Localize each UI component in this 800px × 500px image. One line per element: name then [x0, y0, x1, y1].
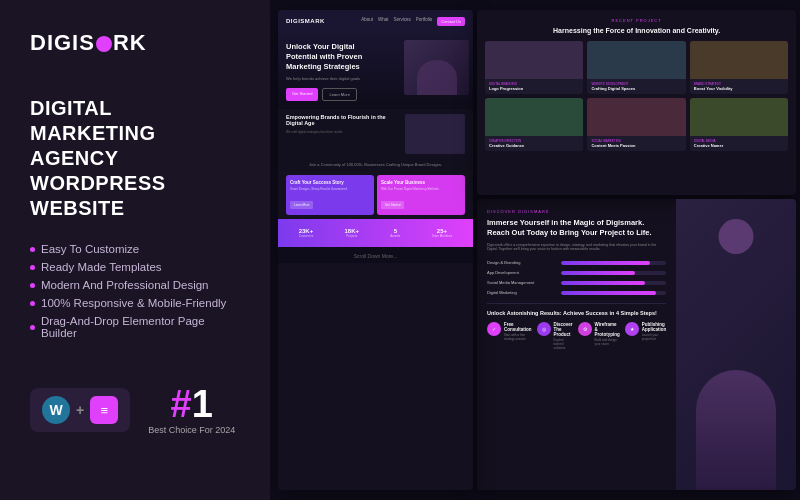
mock-steps-section: Unlock Astonishing Results: Achieve Succ… [487, 303, 666, 351]
feature-item-3: Modern And Professional Design [30, 279, 240, 291]
right-panel: DIGISMARK About What Services Portfolio … [270, 0, 800, 500]
mock-rb-left-content: DISCOVER DIGISMARK Immerse Yourself in t… [477, 199, 676, 490]
service-bar-fill-1 [561, 261, 650, 265]
mock-fb-text-1: Smart Designs, Sharp Results Guaranteed. [290, 188, 370, 192]
step-icon-4: ★ [625, 322, 639, 336]
rank-label: Best Choice For 2024 [148, 425, 235, 435]
mock-nav: DIGISMARK About What Services Portfolio … [278, 10, 473, 32]
mock-fb-title-2: Scale Your Business [381, 180, 461, 185]
logo-text: DIGISRK [30, 30, 147, 56]
mock-hero: Unlock Your Digital Potential with Prove… [278, 32, 473, 109]
mock-rb-text: Digismark offers a comprehensive experti… [487, 243, 666, 253]
mock-nav-logo: DIGISMARK [286, 18, 325, 24]
mock-rb-title: Immerse Yourself in the Magic of Digisma… [487, 218, 666, 238]
mock-right-card-2: WEBSITE DEVELOPMENT Crafting Digital Spa… [587, 41, 685, 94]
mock-service-bars: Design & Branding App Development Social… [487, 260, 666, 295]
service-bar-3: Social Media Management [487, 280, 666, 285]
mock-hero-btn-primary: Get Started [286, 88, 318, 101]
mock-hero-btn-secondary: Learn More [322, 88, 356, 101]
service-bar-fill-2 [561, 271, 635, 275]
mock-step-4: ★ Publishing Application Launch your pro… [625, 322, 667, 351]
mock-stat-1: 23K+ Customers [299, 228, 314, 238]
mock-right-top: RECENT PROJECT Harnessing the Force of I… [477, 10, 796, 195]
mock-site-right: RECENT PROJECT Harnessing the Force of I… [477, 10, 796, 490]
mock-section2-text: We craft digital strategies that drive r… [286, 131, 401, 135]
mock-fb-btn-2: Get Started [381, 201, 404, 209]
mock-rb-pretitle: DISCOVER DIGISMARK [487, 209, 666, 214]
mock-right-card-5: SOCIAL MARKETING Content Meets Passion [587, 98, 685, 151]
feature-item-5: Drag-And-Drop Elementor Page Builder [30, 315, 240, 339]
mock-site-left: DIGISMARK About What Services Portfolio … [278, 10, 473, 490]
mock-card-img-1 [485, 41, 583, 79]
mock-card-img-3 [690, 41, 788, 79]
mock-right-card-1: DIGITAL BRANDING Logo Progression [485, 41, 583, 94]
tagline: DIGITAL MARKETING AGENCY WORDPRESS WEBSI… [30, 96, 240, 221]
logo-mark-icon [96, 36, 112, 52]
mock-right-header: RECENT PROJECT Harnessing the Force of I… [477, 10, 796, 41]
mock-steps-title: Unlock Astonishing Results: Achieve Succ… [487, 310, 666, 316]
mock-scroll-hint: Scroll Down More... [278, 247, 473, 263]
mock-nav-links: About What Services Portfolio Contact Us [361, 17, 465, 26]
mock-fb-btn-1: Learn More [290, 201, 313, 209]
mock-rb-right-image [676, 199, 796, 490]
logo: DIGISRK [30, 30, 240, 56]
mock-nav-cta: Contact Us [437, 17, 465, 26]
mock-card-img-4 [485, 98, 583, 136]
mock-stat-3: 5 Awards [390, 228, 400, 238]
mock-fb-title-1: Craft Your Success Story [290, 180, 370, 185]
step-icon-3: ⚙ [578, 322, 592, 336]
feature-item-1: Easy To Customize [30, 243, 240, 255]
mock-stat-2: 18K+ Projects [345, 228, 360, 238]
mock-stat-4: 25+ Team Members [432, 228, 453, 238]
mock-fb-text-2: With Our Proven Digital Marketing Method… [381, 188, 461, 192]
mock-person-silhouette [676, 199, 796, 490]
plus-icon: + [76, 402, 84, 418]
mock-card-img-2 [587, 41, 685, 79]
mock-step-2: ◎ Discover The Product Explore tailored … [537, 322, 573, 351]
left-panel: DIGISRK DIGITAL MARKETING AGENCY WORDPRE… [0, 0, 270, 500]
service-bar-2: App Development [487, 270, 666, 275]
hero-image-bg [404, 40, 469, 95]
service-bar-fill-4 [561, 291, 656, 295]
step-icon-1: ✓ [487, 322, 501, 336]
features-list: Easy To Customize Ready Made Templates M… [30, 243, 240, 345]
mock-right-card-6: DIGITAL MEDIA Creative Namer [690, 98, 788, 151]
mock-step-3: ⚙ Wireframe & Prototyping Build and desi… [578, 322, 620, 351]
mock-hero-title: Unlock Your Digital Potential with Prove… [286, 42, 386, 71]
feature-item-2: Ready Made Templates [30, 261, 240, 273]
service-bar-4: Digital Marketing [487, 290, 666, 295]
bottom-badges: W + ≡ #1 Best Choice For 2024 [30, 385, 240, 435]
logo-prefix: DIGIS [30, 30, 95, 55]
service-bar-fill-3 [561, 281, 645, 285]
mock-card-img-6 [690, 98, 788, 136]
step-icon-2: ◎ [537, 322, 551, 336]
service-bar-1: Design & Branding [487, 260, 666, 265]
mock-right-card-4: CREATIVE DIRECTION Creative Guidance [485, 98, 583, 151]
mock-section2-image [405, 114, 465, 154]
mock-right-pretitle: RECENT PROJECT [487, 18, 786, 23]
mock-right-grid: DIGITAL BRANDING Logo Progression WEBSIT… [477, 41, 796, 157]
rank-number: #1 [171, 385, 213, 423]
mock-community: Join a Community of 100,000+ Businesses … [278, 158, 473, 171]
mock-right-bottom: DISCOVER DIGISMARK Immerse Yourself in t… [477, 199, 796, 490]
mock-step-1: ✓ Free Consultation Start with a free st… [487, 322, 532, 351]
mock-section-brands: Empowering Brands to Flourish in the Dig… [278, 109, 473, 158]
mock-hero-image [404, 40, 469, 95]
mock-feature-blocks: Craft Your Success Story Smart Designs, … [278, 171, 473, 219]
mock-right-card-3: BRAND STRATEGY Boost Your Visibility [690, 41, 788, 94]
elementor-icon: ≡ [90, 396, 118, 424]
wordpress-icon: W [42, 396, 70, 424]
mock-right-title: Harnessing the Force of Innovation and C… [487, 26, 786, 35]
mock-community-text: Join a Community of 100,000+ Businesses … [286, 162, 465, 167]
mock-card-img-5 [587, 98, 685, 136]
mock-feature-block-2: Scale Your Business With Our Proven Digi… [377, 175, 465, 215]
rank-badge: #1 Best Choice For 2024 [148, 385, 235, 435]
wp-elementor-badge: W + ≡ [30, 388, 130, 432]
feature-item-4: 100% Responsive & Mobile-Friendly [30, 297, 240, 309]
mock-feature-block-1: Craft Your Success Story Smart Designs, … [286, 175, 374, 215]
logo-suffix: RK [113, 30, 147, 55]
mock-section2-title: Empowering Brands to Flourish in the Dig… [286, 114, 401, 126]
mock-stats-bar: 23K+ Customers 18K+ Projects 5 Awards 25… [278, 219, 473, 247]
mock-steps-row: ✓ Free Consultation Start with a free st… [487, 322, 666, 351]
